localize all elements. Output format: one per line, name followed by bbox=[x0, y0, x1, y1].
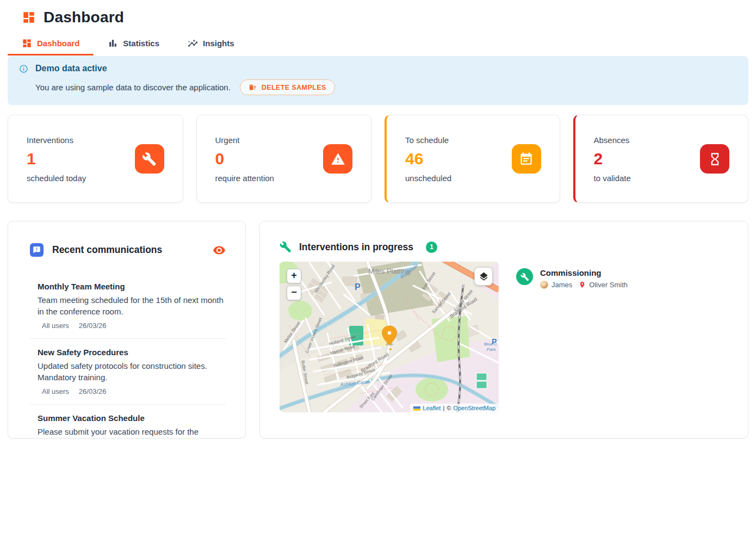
info-icon bbox=[19, 64, 28, 73]
map-attribution: Leaflet | © OpenStreetMap bbox=[410, 404, 499, 412]
client-name: Oliver Smith bbox=[589, 281, 628, 289]
ukraine-flag-icon bbox=[413, 406, 420, 411]
app-header: Dashboard bbox=[0, 0, 756, 26]
wrench-icon bbox=[516, 268, 533, 285]
stat-card-interventions[interactable]: Interventions 1 scheduled today bbox=[8, 115, 183, 203]
attribution-separator: | bbox=[443, 405, 444, 411]
dashboard-logo-icon bbox=[22, 10, 36, 24]
announcement-icon bbox=[30, 243, 44, 257]
communication-title: New Safety Procedures bbox=[38, 348, 226, 357]
bottom-panels: Recent communications Monthly Team Meeti… bbox=[8, 221, 748, 438]
tab-bar: Dashboard Statistics Insights bbox=[0, 33, 756, 55]
stat-card-urgent[interactable]: Urgent 0 require attention bbox=[196, 115, 372, 203]
communication-title: Monthly Team Meeting bbox=[38, 282, 226, 291]
stat-sublabel: unscheduled bbox=[405, 174, 451, 183]
interventions-count-badge: 1 bbox=[426, 242, 437, 253]
map-tiles: Miles Platting Rochdale Winstanley Road … bbox=[280, 262, 499, 412]
tab-insights[interactable]: Insights bbox=[173, 33, 249, 55]
communication-body: Please submit your vacation requests for… bbox=[38, 426, 226, 437]
communication-audience: All users bbox=[42, 387, 69, 395]
insights-icon bbox=[188, 38, 198, 48]
communication-item[interactable]: Summer Vacation Schedule Please submit y… bbox=[30, 412, 226, 438]
attribution-copyright: © bbox=[447, 405, 451, 411]
map-zoom-controls: + − bbox=[287, 269, 301, 300]
stat-label: To schedule bbox=[405, 135, 451, 145]
interventions-panel: Interventions in progress 1 bbox=[259, 221, 748, 438]
wrench-icon bbox=[135, 144, 164, 174]
communication-body: Updated safety protocols for constructio… bbox=[38, 360, 226, 383]
delete-sweep-icon bbox=[249, 83, 257, 91]
stat-value: 46 bbox=[405, 150, 451, 168]
stat-card-to-schedule[interactable]: To schedule 46 unscheduled bbox=[385, 115, 560, 203]
location-pin-icon bbox=[579, 281, 586, 288]
stat-card-absences[interactable]: Absences 2 to validate bbox=[573, 115, 749, 203]
stat-value: 2 bbox=[594, 150, 631, 168]
interventions-title: Interventions in progress bbox=[299, 242, 413, 253]
openstreetmap-link[interactable]: OpenStreetMap bbox=[453, 405, 495, 411]
tab-label: Dashboard bbox=[37, 39, 79, 48]
bar-chart-icon bbox=[108, 38, 118, 48]
communication-audience: All users bbox=[42, 322, 69, 330]
tab-label: Statistics bbox=[123, 39, 159, 48]
tab-statistics[interactable]: Statistics bbox=[94, 33, 173, 55]
zoom-in-button[interactable]: + bbox=[287, 269, 301, 283]
intervention-title: Commissioning bbox=[540, 268, 628, 277]
map-area-label: Park bbox=[487, 347, 496, 352]
delete-samples-button[interactable]: DELETE SAMPLES bbox=[240, 79, 335, 95]
delete-samples-label: DELETE SAMPLES bbox=[262, 84, 326, 91]
communication-body: Team meeting scheduled for the 15th of n… bbox=[38, 294, 226, 317]
avatar bbox=[540, 281, 548, 289]
dashboard-tab-icon bbox=[22, 38, 32, 48]
parking-icon: P bbox=[492, 337, 497, 346]
communication-date: 26/03/26 bbox=[79, 322, 107, 330]
communication-date: 26/03/26 bbox=[79, 387, 107, 395]
divider bbox=[30, 338, 226, 339]
stat-value: 0 bbox=[215, 150, 274, 168]
banner-title: Demo data active bbox=[35, 64, 107, 73]
zoom-out-button[interactable]: − bbox=[287, 286, 301, 300]
communication-item[interactable]: Monthly Team Meeting Team meeting schedu… bbox=[30, 281, 226, 337]
stat-sublabel: to validate bbox=[594, 174, 631, 183]
hourglass-icon bbox=[700, 144, 729, 174]
stat-sublabel: require attention bbox=[215, 174, 274, 183]
leaflet-map[interactable]: Miles Platting Rochdale Winstanley Road … bbox=[280, 262, 499, 412]
communication-item[interactable]: New Safety Procedures Updated safety pro… bbox=[30, 347, 226, 403]
intervention-item[interactable]: Commissioning James Oliver Smith bbox=[516, 268, 628, 412]
communications-list: Monthly Team Meeting Team meeting schedu… bbox=[30, 281, 226, 438]
communication-title: Summer Vacation Schedule bbox=[38, 413, 226, 423]
warning-icon bbox=[323, 144, 352, 174]
tab-label: Insights bbox=[203, 39, 234, 48]
page-title: Dashboard bbox=[44, 9, 124, 26]
stat-label: Interventions bbox=[27, 135, 86, 145]
layers-button[interactable] bbox=[474, 267, 493, 286]
communications-title: Recent communications bbox=[52, 244, 204, 256]
calendar-icon bbox=[512, 144, 541, 174]
demo-data-banner: Demo data active You are using sample da… bbox=[8, 56, 748, 105]
eye-icon[interactable] bbox=[213, 244, 226, 257]
divider bbox=[30, 404, 226, 405]
stats-row: Interventions 1 scheduled today Urgent 0… bbox=[8, 115, 748, 203]
tab-dashboard[interactable]: Dashboard bbox=[8, 33, 94, 55]
leaflet-link[interactable]: Leaflet bbox=[423, 405, 441, 411]
layers-icon bbox=[479, 271, 489, 282]
banner-message: You are using sample data to discover th… bbox=[35, 83, 231, 92]
wrench-icon bbox=[280, 241, 292, 253]
recent-communications-panel: Recent communications Monthly Team Meeti… bbox=[8, 221, 246, 438]
stat-label: Urgent bbox=[215, 135, 274, 145]
parking-icon: P bbox=[355, 282, 361, 292]
technician-name: James bbox=[551, 281, 572, 289]
stat-label: Absences bbox=[594, 135, 631, 145]
stat-sublabel: scheduled today bbox=[27, 174, 86, 183]
stat-value: 1 bbox=[27, 150, 86, 168]
